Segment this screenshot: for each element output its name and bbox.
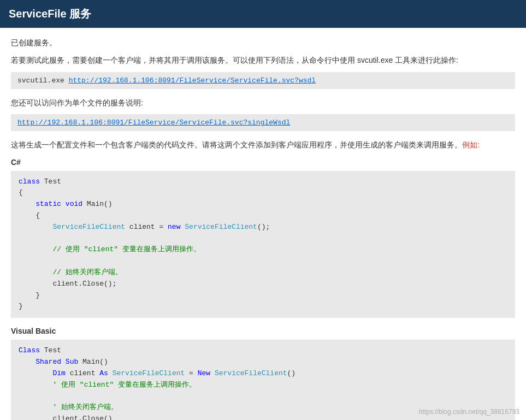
csharp-line-3: static void Main()	[19, 199, 507, 210]
csharp-line-4: {	[19, 210, 507, 222]
single-file-description: 您还可以访问作为单个文件的服务说明:	[11, 97, 515, 109]
csharp-line-6	[19, 233, 507, 245]
vb-line-1: Class Test	[19, 345, 507, 357]
vb-line-5	[19, 391, 507, 402]
csharp-code-block: class Test { static void Main() { Servic…	[11, 171, 515, 318]
csharp-line-2: {	[19, 187, 507, 199]
vb-line-2: Shared Sub Main()	[19, 357, 507, 368]
footer-watermark: https://blog.csdn.net/qq_38816793	[419, 408, 519, 416]
single-wsdl-block: http://192.168.1.106:8091/FileService/Se…	[11, 114, 515, 131]
vb-line-4: ' 使用 "client" 变量在服务上调用操作。	[19, 380, 507, 391]
svcutil-command-text: svcutil.exe	[17, 76, 69, 85]
page-header: ServiceFile 服务	[0, 0, 526, 28]
svcutil-url-link[interactable]: http://192.168.1.106:8091/FileService/Se…	[69, 76, 316, 85]
csharp-line-8	[19, 256, 507, 267]
csharp-line-5: ServiceFileClient client = new ServiceFi…	[19, 222, 507, 233]
vb-line-3: Dim client As ServiceFileClient = New Se…	[19, 368, 507, 380]
vb-label: Visual Basic	[11, 327, 515, 335]
single-wsdl-link[interactable]: http://192.168.1.106:8091/FileService/Se…	[17, 119, 290, 127]
page-title: ServiceFile 服务	[9, 8, 91, 20]
generate-description-text: 这将生成一个配置文件和一个包含客户端类的代码文件。请将这两个文件添加到客户端应用…	[11, 140, 462, 149]
csharp-label: C#	[11, 158, 515, 167]
csharp-line-12: }	[19, 301, 507, 312]
csharp-line-10: client.Close();	[19, 279, 507, 290]
main-content: 已创建服务。 若要测试此服务，需要创建一个客户端，并将其用于调用该服务。可以使用…	[0, 28, 526, 420]
csharp-line-1: class Test	[19, 176, 507, 188]
svcutil-command-block: svcutil.exe http://192.168.1.106:8091/Fi…	[11, 72, 515, 89]
example-label: 例如:	[462, 140, 480, 149]
service-created-text: 已创建服务。	[11, 37, 515, 49]
generate-description: 这将生成一个配置文件和一个包含客户端类的代码文件。请将这两个文件添加到客户端应用…	[11, 139, 515, 151]
csharp-line-11: }	[19, 290, 507, 301]
csharp-line-9: // 始终关闭客户端。	[19, 267, 507, 279]
svcutil-description: 若要测试此服务，需要创建一个客户端，并将其用于调用该服务。可以使用下列语法，从命…	[11, 54, 515, 66]
csharp-line-7: // 使用 "client" 变量在服务上调用操作。	[19, 244, 507, 256]
